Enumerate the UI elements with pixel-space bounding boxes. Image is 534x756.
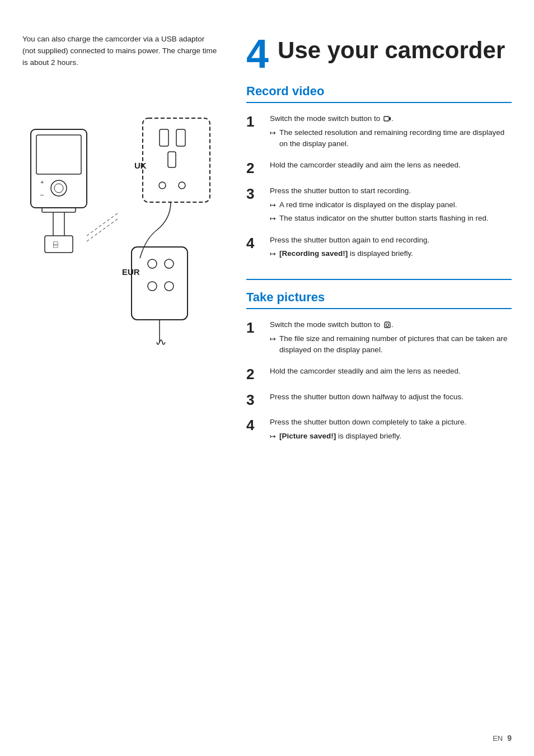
- step-number-p1: 1: [246, 319, 264, 337]
- step-number-4: 4: [246, 235, 264, 252]
- svg-point-24: [148, 282, 157, 291]
- chapter-heading: 4 Use your camcorder: [246, 34, 512, 74]
- substep-text: The selected resolution and remaining re…: [279, 127, 512, 150]
- step-4-substeps: ↦ [Recording saved!] is displayed briefl…: [270, 248, 429, 260]
- step-p4-content: Press the shutter button down completely…: [270, 417, 466, 444]
- record-step-3: 3 Press the shutter button to start reco…: [246, 185, 512, 227]
- arrow-icon: ↦: [270, 200, 276, 211]
- pictures-step-3: 3 Press the shutter button down halfway …: [246, 391, 512, 409]
- step-4-content: Press the shutter button again to end re…: [270, 235, 429, 262]
- svg-rect-15: [160, 129, 168, 146]
- step-3-substep-2: ↦ The status indicator on the shutter bu…: [270, 213, 489, 225]
- record-video-steps: 1 Switch the mode switch button to . ↦: [246, 113, 512, 262]
- step-4-main: Press the shutter button again to end re…: [270, 235, 429, 246]
- svg-point-2: [51, 180, 67, 196]
- arrow-icon: ↦: [270, 128, 276, 139]
- svg-line-11: [87, 213, 118, 236]
- svg-text:⌸: ⌸: [53, 240, 58, 249]
- take-pictures-steps: 1 Switch the mode switch button to . ↦: [246, 319, 512, 444]
- bold-recording-saved: [Recording saved!]: [279, 249, 348, 258]
- step-number-3: 3: [246, 185, 264, 203]
- step-p1-substeps: ↦ The file size and remaining number of …: [270, 333, 512, 356]
- step-p2-content: Hold the camcorder steadily and aim the …: [270, 366, 461, 377]
- record-video-section: Record video 1 Switch the mode switch bu…: [246, 84, 512, 262]
- svg-point-28: [386, 324, 389, 326]
- svg-text:–: –: [40, 191, 44, 198]
- step-3-content: Press the shutter button to start record…: [270, 185, 489, 227]
- pictures-step-4: 4 Press the shutter button down complete…: [246, 417, 512, 444]
- step-p1-content: Switch the mode switch button to . ↦ The…: [270, 319, 512, 358]
- svg-text:UK: UK: [134, 161, 147, 170]
- bold-picture-saved: [Picture saved!]: [279, 432, 336, 440]
- step-2-main: Hold the camcorder steadily and aim the …: [270, 160, 461, 171]
- arrow-icon: ↦: [270, 213, 276, 225]
- substep-text: The file size and remaining number of pi…: [279, 333, 512, 356]
- step-number-1: 1: [246, 113, 264, 130]
- arrow-icon: ↦: [270, 334, 276, 345]
- substep-text: [Recording saved!] is displayed briefly.: [279, 248, 413, 259]
- footer-lang: EN: [493, 734, 503, 743]
- take-pictures-section: Take pictures 1 Switch the mode switch b…: [246, 279, 512, 444]
- svg-point-23: [165, 259, 174, 268]
- record-step-2: 2 Hold the camcorder steadily and aim th…: [246, 160, 512, 177]
- svg-rect-9: [45, 236, 73, 253]
- svg-point-22: [148, 259, 157, 268]
- record-step-1: 1 Switch the mode switch button to . ↦: [246, 113, 512, 152]
- step-p4-substep-1: ↦ [Picture saved!] is displayed briefly.: [270, 431, 466, 442]
- svg-point-18: [159, 182, 166, 189]
- substep-text: A red time indicator is displayed on the…: [279, 199, 457, 211]
- photo-mode-icon: [383, 321, 391, 329]
- step-number-p3: 3: [246, 391, 264, 409]
- step-p1-substep-1: ↦ The file size and remaining number of …: [270, 333, 512, 356]
- pictures-step-2: 2 Hold the camcorder steadily and aim th…: [246, 366, 512, 383]
- step-2-content: Hold the camcorder steadily and aim the …: [270, 160, 461, 171]
- svg-point-3: [54, 184, 63, 193]
- step-3-main: Press the shutter button to start record…: [270, 185, 489, 197]
- svg-rect-6: [42, 208, 76, 212]
- record-video-heading: Record video: [246, 84, 512, 103]
- chapter-title: Use your camcorder: [278, 34, 505, 64]
- svg-rect-16: [176, 129, 185, 146]
- svg-marker-27: [389, 117, 391, 120]
- svg-rect-26: [384, 116, 389, 121]
- step-p4-substeps: ↦ [Picture saved!] is displayed briefly.: [270, 431, 466, 442]
- step-number-2: 2: [246, 160, 264, 177]
- svg-rect-1: [36, 135, 81, 174]
- step-4-substep-1: ↦ [Recording saved!] is displayed briefl…: [270, 248, 429, 260]
- step-p1-main: Switch the mode switch button to .: [270, 319, 512, 331]
- footer-page-number: 9: [507, 734, 512, 743]
- arrow-icon: ↦: [270, 249, 276, 260]
- svg-point-25: [165, 282, 174, 291]
- substep-text: [Picture saved!] is displayed briefly.: [279, 431, 401, 442]
- step-1-substeps: ↦ The selected resolution and remaining …: [270, 127, 512, 150]
- arrow-icon: ↦: [270, 431, 276, 442]
- intro-text: You can also charge the camcorder via a …: [22, 34, 218, 69]
- step-3-substeps: ↦ A red time indicator is displayed on t…: [270, 199, 489, 225]
- camcorder-illustration-svg: + – ⌸ UK: [22, 85, 224, 353]
- step-p3-main: Press the shutter button down halfway to…: [270, 391, 463, 403]
- video-mode-icon: [383, 115, 391, 123]
- step-1-main: Switch the mode switch button to .: [270, 113, 512, 125]
- step-p2-main: Hold the camcorder steadily and aim the …: [270, 366, 461, 377]
- chapter-number: 4: [246, 34, 269, 74]
- left-column: You can also charge the camcorder via a …: [0, 22, 235, 734]
- svg-point-19: [179, 182, 185, 189]
- svg-line-12: [87, 219, 118, 241]
- section-divider: [246, 279, 512, 280]
- substep-text: The status indicator on the shutter butt…: [279, 213, 489, 224]
- step-number-p2: 2: [246, 366, 264, 383]
- step-1-substep-1: ↦ The selected resolution and remaining …: [270, 127, 512, 150]
- svg-text:EUR: EUR: [122, 267, 140, 277]
- right-column: 4 Use your camcorder Record video 1 Swit…: [235, 22, 534, 734]
- illustration: + – ⌸ UK: [22, 85, 218, 353]
- step-3-substep-1: ↦ A red time indicator is displayed on t…: [270, 199, 489, 211]
- page-footer: EN 9: [493, 734, 512, 743]
- step-p3-content: Press the shutter button down halfway to…: [270, 391, 463, 403]
- step-1-content: Switch the mode switch button to . ↦ The…: [270, 113, 512, 152]
- pictures-step-1: 1 Switch the mode switch button to . ↦: [246, 319, 512, 358]
- take-pictures-heading: Take pictures: [246, 290, 512, 309]
- svg-rect-17: [168, 152, 176, 167]
- step-p4-main: Press the shutter button down completely…: [270, 417, 466, 428]
- step-number-p4: 4: [246, 417, 264, 434]
- svg-text:+: +: [40, 179, 44, 185]
